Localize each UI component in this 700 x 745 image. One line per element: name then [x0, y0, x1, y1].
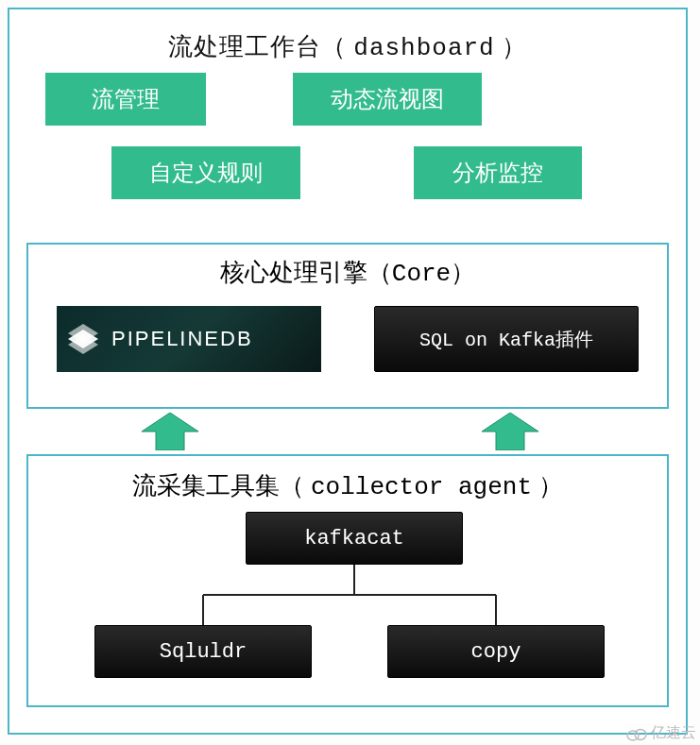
core-row: PIPELINEDB SQL on Kafka插件 — [28, 306, 667, 372]
core-engine-panel: 核心处理引擎（Core） PIPELINEDB SQL on Kafka插件 — [26, 243, 669, 409]
core-title: 核心处理引擎（Core） — [28, 256, 667, 289]
collector-title-cn: 流采集工具集 — [132, 472, 280, 499]
collector-title-en: collector agent — [311, 473, 532, 501]
box-custom-rules: 自定义规则 — [111, 146, 300, 199]
box-analytics-monitor: 分析监控 — [414, 146, 582, 199]
arrow-up-right-icon — [482, 413, 538, 450]
watermark: 亿速云 — [626, 723, 696, 743]
collector-tree: kafkacat Sqluldr copy — [28, 512, 667, 691]
svg-point-7 — [635, 729, 646, 739]
arrows-row — [9, 413, 686, 454]
collector-panel: 流采集工具集（ collector agent ） kafkacat Sqlul… — [26, 454, 669, 707]
dashboard-title: 流处理工作台（ dashboard ） — [9, 30, 686, 63]
box-dynamic-stream-view: 动态流视图 — [293, 73, 482, 126]
pipelinedb-label: PIPELINEDB — [111, 327, 253, 351]
node-kafkacat: kafkacat — [246, 512, 463, 565]
box-stream-management: 流管理 — [45, 73, 206, 126]
core-title-cn: 核心处理引擎 — [220, 259, 367, 286]
watermark-cloud-icon — [626, 726, 647, 741]
pipelinedb-logo-box: PIPELINEDB — [57, 306, 321, 372]
node-sqluldr: Sqluldr — [94, 625, 312, 678]
watermark-text: 亿速云 — [651, 723, 696, 743]
dashboard-title-en: dashboard — [353, 34, 494, 62]
sql-on-kafka-plugin: SQL on Kafka插件 — [374, 306, 639, 372]
core-title-en: Core — [392, 260, 451, 288]
node-copy: copy — [387, 625, 605, 678]
pipelinedb-icon — [64, 320, 102, 358]
dashboard-title-cn: 流处理工作台 — [168, 33, 321, 60]
arrow-up-left-icon — [142, 413, 198, 450]
svg-marker-0 — [142, 413, 198, 450]
svg-marker-1 — [482, 413, 538, 450]
architecture-diagram: 流处理工作台（ dashboard ） 流管理 动态流视图 自定义规则 分析监控… — [8, 8, 688, 735]
dashboard-boxes: 流管理 动态流视图 自定义规则 分析监控 — [9, 73, 686, 243]
collector-title: 流采集工具集（ collector agent ） — [28, 469, 667, 502]
